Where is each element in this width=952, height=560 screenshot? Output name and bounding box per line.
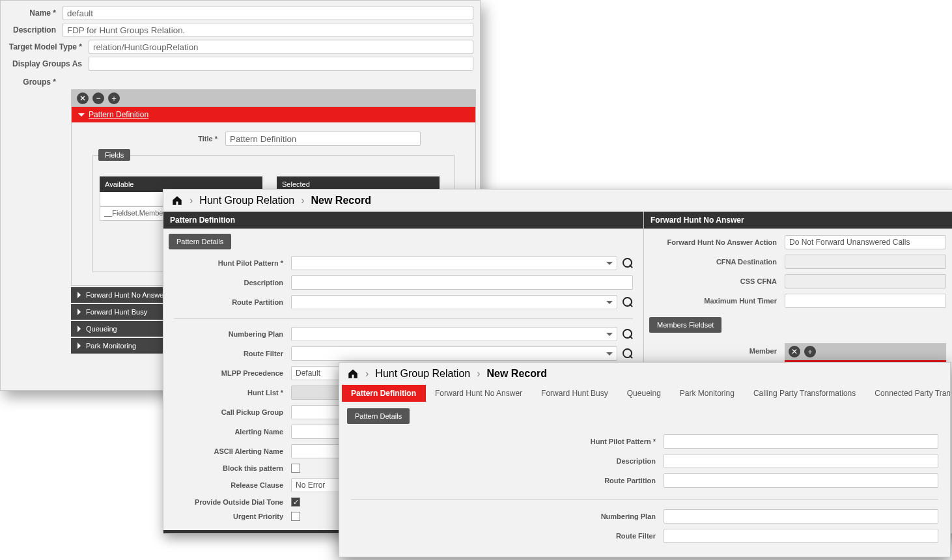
chevron-right-icon	[77, 292, 81, 298]
add-member-button[interactable]: ＋	[804, 346, 816, 357]
fhna-action-select[interactable]: Do Not Forward Unanswered Calls	[785, 235, 946, 249]
tab-calling-party-transformations[interactable]: Calling Party Transformations	[744, 385, 865, 402]
route-filter-label: Route Filter	[351, 532, 664, 540]
description-input[interactable]	[664, 454, 938, 468]
mlpp-precedence-value: Default	[296, 369, 320, 378]
name-label: Name *	[7, 8, 63, 18]
chevron-down-icon	[606, 262, 613, 265]
breadcrumb: › Hunt Group Relation › New Record	[163, 189, 952, 212]
search-icon[interactable]	[623, 348, 633, 359]
target-model-type-input[interactable]	[89, 40, 473, 54]
hunt-pilot-pattern-input[interactable]	[664, 434, 938, 449]
accordion-label: Forward Hunt No Answer	[86, 291, 166, 299]
subtab-pattern-details[interactable]: Pattern Details	[169, 234, 231, 249]
accordion-label: Forward Hunt Busy	[86, 308, 147, 316]
description-label: Description	[351, 457, 664, 465]
groups-label: Groups *	[7, 74, 63, 87]
provide-outside-dial-tone-checkbox[interactable]	[291, 497, 300, 507]
cfna-destination-label: CFNA Destination	[654, 258, 785, 266]
subtab-members-fieldset[interactable]: Members Fieldset	[649, 317, 721, 333]
urgent-priority-label: Urgent Priority	[174, 512, 291, 520]
display-groups-as-label: Display Groups As	[7, 59, 89, 68]
hunt-pilot-pattern-select[interactable]	[291, 256, 617, 270]
breadcrumb-parent[interactable]: Hunt Group Relation	[199, 195, 294, 206]
hunt-pilot-pattern-label: Hunt Pilot Pattern *	[351, 438, 664, 445]
breadcrumb-current: New Record	[487, 368, 547, 380]
member-toolbar: ✕ ＋	[785, 343, 946, 360]
numbering-plan-label: Numbering Plan	[174, 330, 291, 338]
accordion-label: Queueing	[86, 325, 117, 333]
remove-group-alt-button[interactable]: −	[92, 92, 104, 104]
group-title-label: Title *	[82, 135, 225, 143]
block-this-pattern-checkbox[interactable]	[291, 464, 300, 473]
breadcrumb-current: New Record	[311, 195, 371, 206]
remove-member-button[interactable]: ✕	[789, 346, 800, 357]
chevron-down-icon	[78, 113, 85, 117]
description-label: Description	[174, 279, 291, 287]
search-icon[interactable]	[623, 329, 633, 339]
route-partition-label: Route Partition	[174, 298, 291, 306]
css-cfna-input[interactable]	[785, 274, 946, 288]
numbering-plan-label: Numbering Plan	[351, 512, 664, 520]
fields-legend: Fields	[98, 149, 130, 161]
add-group-button[interactable]: ＋	[108, 92, 120, 104]
route-partition-label: Route Partition	[351, 477, 664, 484]
subtab-pattern-details[interactable]: Pattern Details	[347, 408, 410, 424]
chevron-right-icon	[77, 326, 81, 332]
group-header[interactable]: Pattern Definition	[72, 107, 475, 122]
call-pickup-group-label: Call Pickup Group	[174, 408, 291, 416]
max-hunt-timer-input[interactable]	[785, 294, 946, 308]
home-icon[interactable]	[347, 368, 359, 380]
tab-forward-hunt-busy[interactable]: Forward Hunt Busy	[532, 385, 618, 402]
tab-forward-hunt-no-answer[interactable]: Forward Hunt No Answer	[426, 385, 532, 402]
block-this-pattern-label: Block this pattern	[174, 464, 291, 472]
search-icon[interactable]	[623, 297, 633, 307]
chevron-right-icon	[77, 309, 81, 315]
breadcrumb: › Hunt Group Relation › New Record	[339, 363, 950, 385]
provide-outside-dial-tone-label: Provide Outside Dial Tone	[174, 498, 291, 506]
group-header-link[interactable]: Pattern Definition	[89, 110, 148, 119]
divider	[174, 318, 633, 319]
chevron-down-icon	[606, 301, 613, 304]
section-header-fhna: Forward Hunt No Answer	[644, 212, 952, 229]
search-icon[interactable]	[623, 258, 633, 268]
numbering-plan-input[interactable]	[664, 509, 938, 524]
member-label: Member	[654, 343, 785, 355]
display-groups-as-input[interactable]	[89, 57, 473, 71]
chevron-down-icon	[606, 352, 613, 356]
tab-pattern-definition[interactable]: Pattern Definition	[342, 385, 426, 402]
target-model-type-label: Target Model Type *	[7, 42, 89, 51]
groups-toolbar: ✕ − ＋	[72, 90, 475, 107]
route-filter-select[interactable]	[291, 346, 617, 361]
fhna-action-label: Forward Hunt No Answer Action	[654, 238, 785, 246]
breadcrumb-sep-icon: ›	[189, 195, 193, 206]
tab-park-monitoring[interactable]: Park Monitoring	[671, 385, 744, 402]
route-partition-input[interactable]	[664, 473, 938, 488]
route-filter-label: Route Filter	[174, 350, 291, 357]
tab-queueing[interactable]: Queueing	[618, 385, 671, 402]
chevron-down-icon	[606, 333, 613, 336]
remove-group-button[interactable]: ✕	[77, 92, 89, 104]
release-clause-value: No Error	[296, 481, 325, 490]
breadcrumb-sep-icon: ›	[365, 368, 369, 380]
alerting-name-label: Alerting Name	[174, 428, 291, 436]
home-icon[interactable]	[171, 195, 183, 206]
numbering-plan-select[interactable]	[291, 327, 617, 341]
breadcrumb-parent[interactable]: Hunt Group Relation	[375, 368, 470, 380]
cfna-destination-input[interactable]	[785, 255, 946, 269]
section-header-pattern-definition: Pattern Definition	[163, 212, 643, 229]
route-filter-input[interactable]	[664, 529, 938, 543]
description-input[interactable]	[63, 23, 473, 37]
ascii-alerting-name-label: ASCII Alerting Name	[174, 447, 291, 455]
max-hunt-timer-label: Maximum Hunt Timer	[654, 297, 785, 305]
breadcrumb-sep-icon: ›	[477, 368, 480, 380]
tab-connected-party-transformations[interactable]: Connected Party Transformations	[865, 385, 951, 402]
tab-bar: Pattern Definition Forward Hunt No Answe…	[339, 385, 950, 402]
urgent-priority-checkbox[interactable]	[291, 512, 300, 521]
route-partition-select[interactable]	[291, 295, 617, 309]
release-clause-label: Release Clause	[174, 481, 291, 489]
group-title-input[interactable]	[225, 132, 421, 146]
hunt-list-label: Hunt List *	[174, 389, 291, 397]
name-input[interactable]	[63, 6, 473, 20]
description-input[interactable]	[291, 275, 633, 290]
